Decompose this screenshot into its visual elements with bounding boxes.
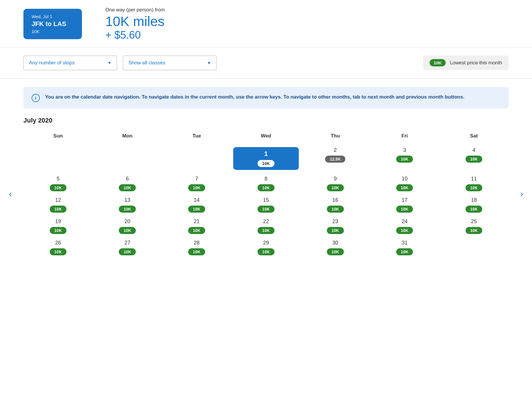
day-cell[interactable]: 2310K	[302, 218, 368, 234]
day-cell[interactable]: 610K	[95, 176, 160, 191]
day-cell[interactable]: 2210K	[233, 218, 299, 234]
day-number: 23	[332, 218, 338, 225]
calendar-cell[interactable]: 310K	[370, 144, 439, 173]
day-cell[interactable]: 1610K	[302, 197, 368, 213]
day-cell[interactable]: 1510K	[233, 197, 299, 213]
calendar-cell[interactable]: 2810K	[162, 237, 231, 258]
calendar-cell[interactable]: 1410K	[162, 194, 231, 216]
lowest-price-badge-text: Lowest price this month	[450, 60, 502, 66]
calendar-cell[interactable]: 110K	[231, 144, 301, 173]
calendar-cell[interactable]: 2610K	[23, 237, 93, 258]
lowest-price-badge: 10K Lowest price this month	[423, 56, 509, 70]
day-number: 19	[55, 218, 61, 225]
calendar-cell[interactable]: 2710K	[93, 237, 162, 258]
day-cell[interactable]: 1010K	[372, 176, 437, 191]
prev-month-button[interactable]: ‹	[6, 186, 15, 202]
day-price-badge: 10K	[466, 184, 483, 191]
day-cell[interactable]: 2610K	[25, 240, 91, 255]
day-price-badge: 10K	[119, 227, 136, 234]
calendar-cell	[93, 144, 162, 173]
info-banner-text: You are on the calendar date navigation.…	[45, 93, 464, 101]
calendar-cell[interactable]: 1110K	[439, 173, 509, 194]
day-cell[interactable]: 110K	[233, 147, 299, 170]
calendar-cell[interactable]: 410K	[439, 144, 509, 173]
day-number: 22	[263, 218, 269, 225]
calendar-cell[interactable]: 1210K	[23, 194, 93, 216]
day-cell[interactable]: 410K	[441, 147, 507, 163]
day-cell[interactable]: 3010K	[302, 240, 368, 255]
day-number: 26	[55, 240, 61, 246]
day-price-badge: 10K	[258, 227, 274, 234]
calendar-cell[interactable]: 1810K	[439, 194, 509, 216]
day-price-badge: 10K	[396, 206, 413, 213]
calendar-cell[interactable]: 1310K	[93, 194, 162, 216]
next-month-button[interactable]: ›	[517, 186, 526, 202]
day-cell[interactable]: 1710K	[372, 197, 437, 213]
classes-dropdown-label: Show all classes	[128, 60, 165, 66]
calendar-cell[interactable]: 810K	[231, 173, 301, 194]
calendar-day-header: Thu	[301, 130, 370, 144]
price-info-fee: + $5.60	[105, 29, 509, 41]
day-number: 8	[265, 176, 267, 182]
calendar-cell[interactable]: 510K	[23, 173, 93, 194]
day-cell[interactable]: 1210K	[25, 197, 91, 213]
day-cell[interactable]: 910K	[302, 176, 368, 191]
calendar-cell[interactable]: 910K	[301, 173, 370, 194]
calendar-cell[interactable]: 1010K	[370, 173, 439, 194]
day-cell[interactable]: 1910K	[25, 218, 91, 234]
calendar-cell[interactable]: 3110K	[370, 237, 439, 258]
calendar-day-header: Fri	[370, 130, 439, 144]
flight-card: Wed, Jul 1 JFK to LAS 10K	[23, 9, 82, 39]
day-cell[interactable]: 310K	[372, 147, 437, 163]
calendar-header-row: SunMonTueWedThuFriSat	[23, 130, 509, 144]
day-number: 11	[471, 176, 477, 182]
day-cell[interactable]: 212.5K	[302, 147, 368, 163]
calendar-cell[interactable]: 1710K	[370, 194, 439, 216]
day-cell[interactable]: 1110K	[441, 176, 507, 191]
calendar-cell[interactable]: 2310K	[301, 216, 370, 237]
flight-card-date: Wed, Jul 1	[32, 14, 74, 19]
day-price-badge: 10K	[119, 206, 136, 213]
calendar-day-header: Mon	[93, 130, 162, 144]
classes-dropdown[interactable]: Show all classes ▼	[123, 56, 217, 70]
day-cell[interactable]: 710K	[164, 176, 230, 191]
day-cell[interactable]: 3110K	[372, 240, 437, 255]
day-number: 15	[263, 197, 269, 203]
calendar-cell[interactable]: 3010K	[301, 237, 370, 258]
calendar-cell[interactable]: 2210K	[231, 216, 301, 237]
calendar-cell[interactable]: 2010K	[93, 216, 162, 237]
calendar-cell[interactable]: 2910K	[231, 237, 301, 258]
calendar-cell[interactable]: 212.5K	[301, 144, 370, 173]
day-cell[interactable]: 2810K	[164, 240, 230, 255]
day-cell[interactable]: 2410K	[372, 218, 437, 234]
day-price-badge: 10K	[396, 248, 413, 255]
calendar-cell[interactable]: 2110K	[162, 216, 231, 237]
calendar-cell[interactable]: 1510K	[231, 194, 301, 216]
day-cell[interactable]: 1310K	[95, 197, 160, 213]
calendar-cell[interactable]: 1910K	[23, 216, 93, 237]
day-cell[interactable]: 810K	[233, 176, 299, 191]
day-cell[interactable]: 2910K	[233, 240, 299, 255]
calendar-cell[interactable]: 1610K	[301, 194, 370, 216]
day-cell[interactable]: 2710K	[95, 240, 160, 255]
day-price-badge: 10K	[50, 227, 67, 234]
stops-dropdown[interactable]: Any number of stops ▼	[23, 56, 117, 70]
calendar-cell[interactable]: 2410K	[370, 216, 439, 237]
day-price-badge: 10K	[327, 184, 344, 191]
day-price-badge: 10K	[188, 206, 205, 213]
calendar-cell[interactable]: 610K	[93, 173, 162, 194]
day-price-badge: 10K	[466, 227, 483, 234]
day-price-badge: 12.5K	[325, 156, 345, 163]
day-cell[interactable]: 510K	[25, 176, 91, 191]
calendar-cell[interactable]: 710K	[162, 173, 231, 194]
day-cell[interactable]: 2110K	[164, 218, 230, 234]
flight-card-route: JFK to LAS	[32, 20, 74, 28]
day-number: 28	[194, 240, 200, 246]
price-info-label: One way (per person) from	[105, 7, 509, 13]
day-cell[interactable]: 1810K	[441, 197, 507, 213]
day-cell[interactable]: 2510K	[441, 218, 507, 234]
calendar-cell[interactable]: 2510K	[439, 216, 509, 237]
day-cell[interactable]: 1410K	[164, 197, 230, 213]
day-price-badge: 10K	[50, 184, 67, 191]
day-cell[interactable]: 2010K	[95, 218, 160, 234]
